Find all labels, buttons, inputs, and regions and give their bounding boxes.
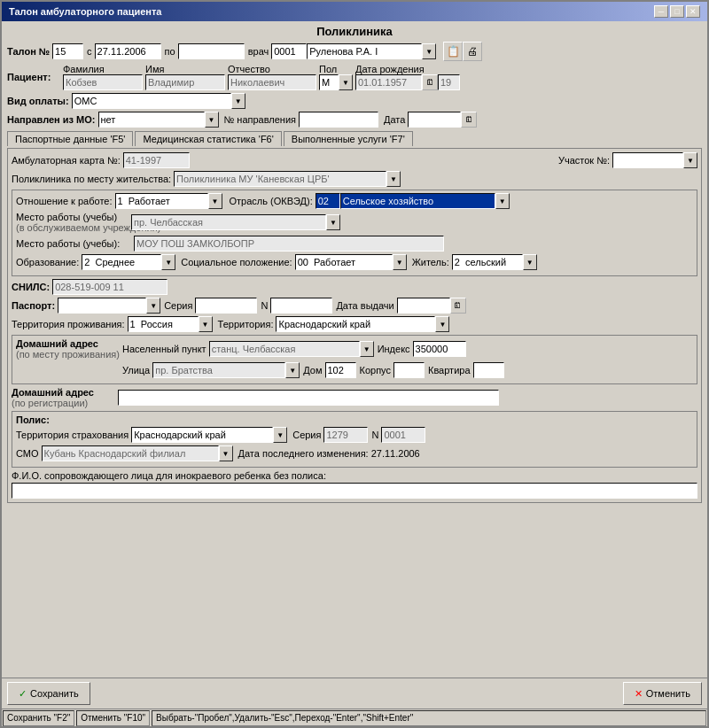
region-label: Территория: bbox=[218, 319, 274, 329]
patient-gender[interactable] bbox=[319, 74, 339, 90]
social-dropdown[interactable]: ▼ bbox=[393, 254, 407, 270]
passport-dropdown[interactable]: ▼ bbox=[146, 298, 160, 314]
workplace-input[interactable] bbox=[131, 214, 326, 230]
patient-name[interactable] bbox=[145, 74, 225, 90]
issue-date-cal[interactable]: 🗓 bbox=[450, 298, 466, 314]
insurance-row: Территория страхования ▼ Серия N bbox=[16, 427, 693, 443]
region-input[interactable] bbox=[276, 316, 435, 332]
amb-card-input[interactable] bbox=[123, 152, 190, 168]
name-group: Имя bbox=[145, 64, 225, 90]
n-input[interactable] bbox=[270, 298, 332, 314]
corpus-input[interactable] bbox=[393, 362, 425, 378]
flat-input[interactable] bbox=[473, 362, 504, 378]
payment-dropdown[interactable]: ▼ bbox=[231, 93, 245, 109]
house-input[interactable] bbox=[325, 362, 356, 378]
doctor-dropdown-btn[interactable]: ▼ bbox=[422, 43, 436, 59]
direction-date[interactable] bbox=[408, 112, 461, 128]
status-bar: Сохранить "F2" Отменить "F10" Выбрать-"П… bbox=[2, 709, 707, 726]
amb-card-label: Амбулаторная карта №: bbox=[12, 155, 121, 166]
gender-dropdown[interactable]: ▼ bbox=[339, 74, 353, 90]
reg-address-row: Домашний адрес (по регистрации) bbox=[12, 387, 697, 408]
direction-number[interactable] bbox=[299, 112, 378, 128]
copy-button[interactable]: 📋 bbox=[443, 42, 463, 61]
polyclinic-input[interactable] bbox=[174, 171, 386, 187]
minimize-button[interactable]: ─ bbox=[654, 5, 668, 18]
street-dropdown[interactable]: ▼ bbox=[285, 362, 300, 378]
n-label: N bbox=[261, 300, 268, 311]
birthdate-label: Дата рождения bbox=[355, 64, 457, 74]
industry-dropdown[interactable]: ▼ bbox=[495, 193, 510, 209]
patient-surname[interactable] bbox=[63, 74, 143, 90]
index-input[interactable] bbox=[413, 341, 466, 357]
patronymic-group: Отчество bbox=[228, 64, 316, 90]
education-dropdown[interactable]: ▼ bbox=[161, 254, 175, 270]
doctor-name[interactable] bbox=[307, 43, 422, 59]
territory-input[interactable] bbox=[128, 316, 199, 332]
reg-address-input[interactable] bbox=[118, 390, 499, 406]
close-button[interactable]: ✕ bbox=[686, 5, 700, 18]
companion-input[interactable] bbox=[12, 483, 697, 499]
doctor-label: врач bbox=[248, 46, 269, 57]
work-relation-input[interactable] bbox=[115, 193, 208, 209]
direction-date-label: Дата bbox=[384, 114, 405, 125]
payment-value[interactable] bbox=[72, 93, 231, 109]
territory-dropdown[interactable]: ▼ bbox=[199, 316, 213, 332]
direction-value[interactable] bbox=[98, 112, 205, 128]
industry-code[interactable] bbox=[316, 193, 340, 209]
patient-age[interactable] bbox=[438, 74, 460, 90]
smo-dropdown[interactable]: ▼ bbox=[219, 445, 233, 461]
doctor-code[interactable] bbox=[271, 43, 307, 59]
save-check-icon: ✓ bbox=[19, 688, 27, 700]
series2-input[interactable] bbox=[323, 427, 368, 443]
workplace-row: Место работы (учебы) (в обслуживаемом уч… bbox=[16, 212, 693, 233]
patient-patronymic[interactable] bbox=[228, 74, 316, 90]
insurance-territory-input[interactable] bbox=[131, 427, 273, 443]
patient-birthdate[interactable] bbox=[355, 74, 422, 90]
tab-content-passport: Амбулаторная карта №: Участок №: ▼ Полик… bbox=[7, 148, 702, 503]
tab-statistics[interactable]: Медицинская статистика 'F6' bbox=[135, 131, 281, 146]
polyclinic-dropdown[interactable]: ▼ bbox=[386, 171, 401, 187]
snils-input[interactable] bbox=[52, 279, 168, 295]
passport-type-input[interactable] bbox=[58, 298, 146, 314]
bottom-bar: ✓ Сохранить ✕ Отменить bbox=[2, 678, 707, 709]
issue-date-label: Дата выдачи bbox=[336, 300, 393, 311]
to-date[interactable] bbox=[178, 43, 245, 59]
smo-input[interactable] bbox=[42, 445, 219, 461]
maximize-button[interactable]: □ bbox=[670, 5, 684, 18]
smo-label: СМО bbox=[16, 448, 39, 459]
series-input[interactable] bbox=[195, 298, 257, 314]
resident-input[interactable] bbox=[452, 254, 523, 270]
issue-date-input[interactable] bbox=[397, 298, 450, 314]
work-relation-dropdown[interactable]: ▼ bbox=[208, 193, 222, 209]
locality-dropdown[interactable]: ▼ bbox=[360, 341, 374, 357]
street-label: Улица bbox=[122, 365, 150, 376]
study-input[interactable] bbox=[134, 236, 444, 252]
social-input[interactable] bbox=[295, 254, 393, 270]
workplace-dropdown[interactable]: ▼ bbox=[326, 214, 340, 230]
cancel-button[interactable]: ✕ Отменить bbox=[623, 682, 702, 705]
uchastok-dropdown[interactable]: ▼ bbox=[683, 152, 697, 168]
education-input[interactable] bbox=[82, 254, 161, 270]
street-input[interactable] bbox=[152, 362, 285, 378]
insurance-territory-dropdown[interactable]: ▼ bbox=[273, 427, 287, 443]
cancel-x-icon: ✕ bbox=[635, 688, 643, 700]
industry-name[interactable] bbox=[340, 193, 495, 209]
talon-number[interactable] bbox=[52, 43, 83, 59]
tab-services[interactable]: Выполненные услуги 'F7' bbox=[284, 131, 413, 146]
house-label: Дом bbox=[303, 365, 322, 376]
region-dropdown[interactable]: ▼ bbox=[435, 316, 449, 332]
locality-input[interactable] bbox=[209, 341, 360, 357]
tab-passport[interactable]: Паспортные данные 'F5' bbox=[7, 131, 133, 146]
from-date[interactable] bbox=[95, 43, 161, 59]
territory-row: Территория проживания: ▼ Территория: ▼ bbox=[12, 316, 697, 332]
direction-date-cal[interactable]: 🗓 bbox=[461, 112, 477, 128]
save-button[interactable]: ✓ Сохранить bbox=[7, 682, 90, 705]
address-label: Домашний адрес bbox=[16, 338, 120, 349]
direction-dropdown[interactable]: ▼ bbox=[205, 112, 219, 128]
birthdate-cal-btn[interactable]: 🗓 bbox=[422, 74, 438, 90]
uchastok-input[interactable] bbox=[612, 152, 683, 168]
n2-input[interactable] bbox=[381, 427, 425, 443]
polis-section: Полис: Территория страхования ▼ Серия N … bbox=[12, 411, 697, 468]
resident-dropdown[interactable]: ▼ bbox=[523, 254, 537, 270]
print-button[interactable]: 🖨 bbox=[463, 42, 482, 61]
